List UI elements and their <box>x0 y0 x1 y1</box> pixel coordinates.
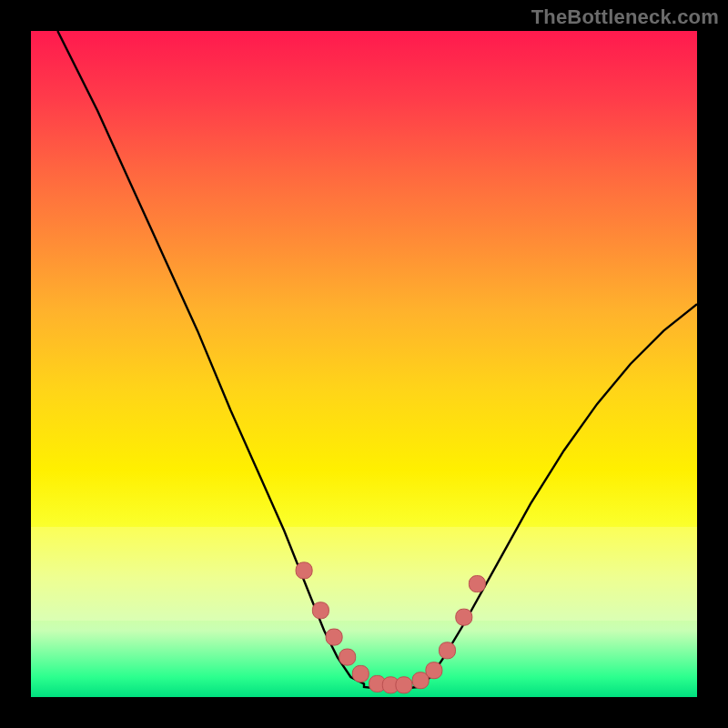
watermark-text: TheBottleneck.com <box>531 5 719 29</box>
data-marker <box>396 677 412 693</box>
bottleneck-curve <box>31 31 697 697</box>
plot-area <box>31 31 697 697</box>
data-marker <box>312 602 329 619</box>
data-marker <box>352 665 369 682</box>
data-marker <box>426 662 442 679</box>
data-marker <box>469 576 485 592</box>
data-marker <box>296 562 312 579</box>
chart-stage: TheBottleneck.com <box>0 0 728 728</box>
data-marker <box>326 629 342 645</box>
curve-line <box>57 31 697 689</box>
data-marker <box>440 642 456 659</box>
data-marker <box>456 609 472 625</box>
curve-markers <box>296 562 485 693</box>
data-marker <box>339 649 356 665</box>
